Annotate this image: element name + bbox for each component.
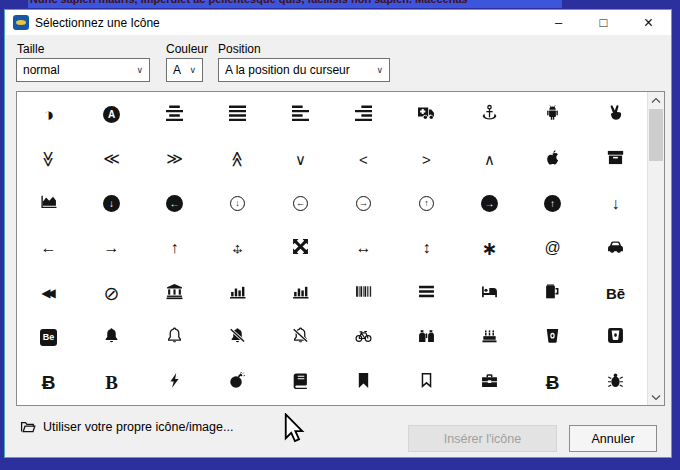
icon-cell-bar-chart[interactable] [206,271,269,316]
scrollbar[interactable] [647,92,664,405]
icon-cell-at[interactable]: @ [521,226,584,271]
icon-cell-align-right[interactable] [332,92,395,137]
icon-cell-angle-double-down[interactable]: ≫ [17,137,80,182]
icon-cell-behance-square[interactable]: Be [17,316,80,361]
icon-cell-ambulance[interactable] [395,92,458,137]
icon-cell-align-center[interactable] [143,92,206,137]
bank-icon [166,283,183,304]
position-label: Position [218,42,261,56]
icon-cell-book[interactable] [269,360,332,405]
area-chart-icon [40,193,57,214]
minimize-button[interactable]: – [536,10,581,35]
couleur-select[interactable]: A ∨ [166,58,203,82]
icon-cell-angle-right[interactable]: > [395,137,458,182]
icon-cell-bitcoin[interactable]: Ƀ [17,360,80,405]
icon-cell-bell-o[interactable] [143,316,206,361]
icon-cell-align-left[interactable] [269,92,332,137]
icon-cell-binoculars[interactable] [395,316,458,361]
scrollbar-thumb[interactable] [649,109,663,161]
icon-cell-adjust[interactable]: ◑ [17,92,80,137]
icon-cell-automobile[interactable] [584,226,647,271]
icon-cell-ban[interactable]: ⊘ [80,271,143,316]
align-center-icon [166,104,183,125]
icon-cell-arrow-circle-down[interactable]: ↓ [80,181,143,226]
icon-cell-arrow-up[interactable]: ↑ [143,226,206,271]
mouse-cursor [283,413,305,451]
bomb-icon [229,372,246,393]
icon-cell-arrow-circle-o-right[interactable]: → [332,181,395,226]
titlebar[interactable]: Sélectionnez une Icône – □ × [5,10,671,35]
icon-cell-briefcase[interactable] [458,360,521,405]
icon-cell-bars[interactable] [395,271,458,316]
icon-cell-bell[interactable] [80,316,143,361]
icon-cell-apple[interactable] [521,137,584,182]
icon-cell-anchor[interactable] [458,92,521,137]
icon-cell-arrow-circle-o-up[interactable]: ↑ [395,181,458,226]
icon-cell-arrow-left[interactable]: ← [17,226,80,271]
icon-cell-arrows[interactable]: ↔↕ [206,226,269,271]
icon-cell-bed[interactable] [458,271,521,316]
taille-select[interactable]: normal ∨ [16,58,150,82]
icon-cell-bell-slash[interactable] [206,316,269,361]
icon-grid: ◑A≫≪≫≪∨<>∧↓←↓←→↑→↑↓←→↑↔↕↔↕∗@◀◀⊘BēBeɃBɃ [16,91,665,406]
icon-cell-arrow-circle-o-down[interactable]: ↓ [206,181,269,226]
close-button[interactable]: × [626,10,671,35]
align-left-icon [292,104,309,125]
scroll-down-icon[interactable] [648,389,664,405]
icon-cell-angle-double-up[interactable]: ≪ [206,137,269,182]
bookmark-icon [355,372,372,393]
icon-cell-arrows-v[interactable]: ↕ [395,226,458,271]
icon-cell-arrow-circle-left[interactable]: ← [143,181,206,226]
icon-cell-btc[interactable]: Ƀ [521,360,584,405]
icon-cell-arrow-circle-up[interactable]: ↑ [521,181,584,226]
icon-cell-bar-chart-o[interactable] [269,271,332,316]
icon-cell-asterisk[interactable]: ∗ [458,226,521,271]
icon-cell-backward[interactable]: ◀◀ [17,271,80,316]
icon-cell-bank[interactable] [143,271,206,316]
bitbucket-icon [544,327,561,348]
align-justify-icon [229,104,246,125]
icon-cell-bell-slash-o[interactable] [269,316,332,361]
bicycle-icon [355,327,372,348]
icon-cell-arrows-alt[interactable] [269,226,332,271]
insert-icon-button[interactable]: Insérer l'icône [408,425,557,452]
automobile-icon [607,238,624,259]
icon-cell-bomb[interactable] [206,360,269,405]
icon-cell-angle-double-left[interactable]: ≪ [80,137,143,182]
icon-cell-bitbucket-square[interactable] [584,316,647,361]
icon-cell-adn[interactable]: A [80,92,143,137]
icon-cell-area-chart[interactable] [17,181,80,226]
cancel-button[interactable]: Annuler [569,425,657,452]
icon-cell-android[interactable] [521,92,584,137]
icon-cell-align-justify[interactable] [206,92,269,137]
icon-cell-angle-up[interactable]: ∧ [458,137,521,182]
use-own-image-button[interactable]: Utiliser votre propre icône/image... [19,419,233,435]
icon-cell-angellist[interactable] [584,92,647,137]
icon-cell-bookmark[interactable] [332,360,395,405]
icon-cell-angle-down[interactable]: ∨ [269,137,332,182]
icon-cell-bolt[interactable] [143,360,206,405]
position-select[interactable]: A la position du curseur ∨ [218,58,390,82]
icon-cell-bookmark-o[interactable] [395,360,458,405]
icon-cell-angle-double-right[interactable]: ≫ [143,137,206,182]
icon-cell-bold[interactable]: B [80,360,143,405]
use-own-image-label: Utiliser votre propre icône/image... [43,420,233,434]
icon-cell-arrow-down[interactable]: ↓ [584,181,647,226]
icon-cell-bug[interactable] [584,360,647,405]
icon-cell-arrow-right[interactable]: → [80,226,143,271]
icon-cell-birthday-cake[interactable] [458,316,521,361]
icon-cell-arrows-h[interactable]: ↔ [332,226,395,271]
arrow-left-icon: ← [41,240,57,256]
icon-cell-arrow-circle-right[interactable]: → [458,181,521,226]
icon-cell-behance[interactable]: Bē [584,271,647,316]
scroll-up-icon[interactable] [648,92,664,108]
icon-cell-bitbucket[interactable] [521,316,584,361]
icon-cell-arrow-circle-o-left[interactable]: ← [269,181,332,226]
icon-cell-archive[interactable] [584,137,647,182]
adjust-icon: ◑ [43,105,54,124]
icon-cell-barcode[interactable] [332,271,395,316]
maximize-button[interactable]: □ [581,10,626,35]
icon-cell-bicycle[interactable] [332,316,395,361]
icon-cell-angle-left[interactable]: < [332,137,395,182]
icon-cell-beer[interactable] [521,271,584,316]
